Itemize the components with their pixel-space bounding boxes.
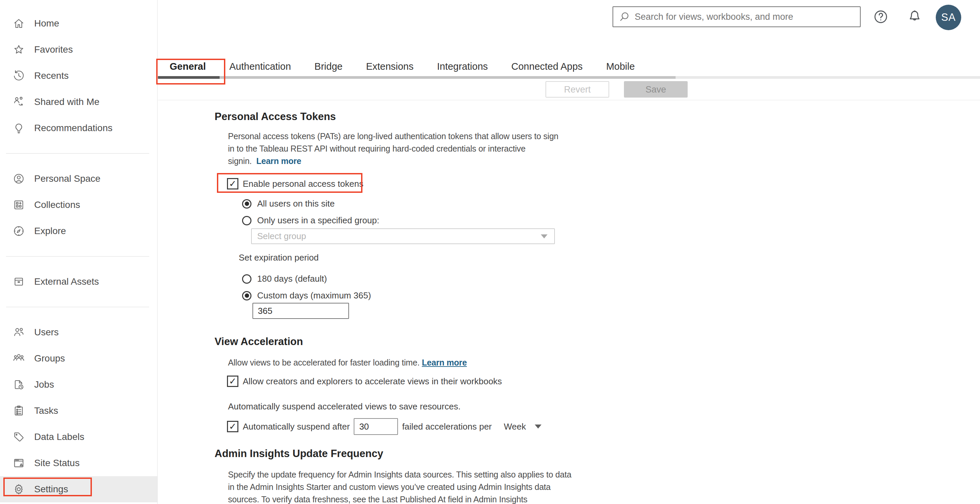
default-days-radio-row: 180 days (default) (242, 273, 327, 284)
sidebar-item-personal-space[interactable]: Personal Space (0, 165, 157, 192)
sidebar-item-label: Personal Space (34, 173, 100, 184)
sidebar-item-home[interactable]: Home (0, 10, 157, 37)
sidebar-item-label: Groups (34, 353, 65, 364)
main-area: SA GeneralAuthenticationBridgeExtensions… (158, 0, 980, 504)
sidebar-item-external-assets[interactable]: External Assets (0, 269, 157, 295)
default-days-label: 180 days (default) (257, 273, 327, 284)
toolbar-divider (158, 100, 980, 100)
custom-days-radio[interactable] (242, 291, 251, 300)
tab-extensions[interactable]: Extensions (366, 61, 414, 72)
sidebar-item-label: Site Status (34, 458, 80, 469)
sidebar-nav: HomeFavoritesRecentsShared with MeRecomm… (0, 0, 158, 504)
sidebar-item-users[interactable]: Users (0, 319, 157, 345)
enable-pat-checkbox[interactable] (227, 178, 239, 189)
sidebar-item-label: Favorites (34, 44, 73, 55)
admin-insights-description: Specify the update frequency for Admin I… (228, 469, 577, 504)
suspend-period-value: Week (504, 421, 526, 432)
revert-button[interactable]: Revert (546, 81, 609, 98)
home-icon (13, 17, 25, 30)
tab-general[interactable]: General (170, 61, 206, 72)
select-group-dropdown[interactable]: Select group (251, 228, 555, 244)
sidebar-item-label: Shared with Me (34, 97, 100, 107)
gear-icon (13, 483, 25, 495)
sidebar-item-data-labels[interactable]: Data Labels (0, 424, 157, 450)
specified-group-radio[interactable] (242, 216, 251, 225)
jobs-icon (13, 378, 25, 391)
external-assets-icon (13, 276, 25, 288)
sidebar-item-label: Jobs (34, 379, 54, 390)
shared-icon (13, 96, 25, 108)
all-users-radio[interactable] (242, 199, 251, 208)
sidebar-item-site-status[interactable]: Site Status (0, 450, 157, 476)
all-users-label: All users on this site (257, 199, 335, 209)
suspend-description: Automatically suspend accelerated views … (228, 401, 461, 412)
tab-authentication[interactable]: Authentication (229, 61, 291, 72)
sidebar-item-shared-with-me[interactable]: Shared with Me (0, 89, 157, 115)
view-acceleration-heading: View Acceleration (215, 335, 303, 348)
site-status-icon (13, 457, 25, 469)
view-acceleration-learn-more-link[interactable]: Learn more (422, 358, 467, 367)
suspend-period-dropdown[interactable]: Week (504, 421, 541, 432)
specified-group-radio-row: Only users in a specified group: (242, 215, 379, 226)
recents-icon (13, 70, 25, 82)
custom-days-input[interactable] (253, 303, 349, 319)
sidebar-item-tasks[interactable]: Tasks (0, 398, 157, 424)
specified-group-label: Only users in a specified group: (257, 215, 379, 226)
star-icon (13, 44, 25, 56)
sidebar-item-recents[interactable]: Recents (0, 63, 157, 89)
person-icon (13, 173, 25, 185)
help-icon[interactable] (873, 9, 888, 24)
allow-accelerate-label: Allow creators and explorers to accelera… (243, 376, 502, 386)
pat-section-heading: Personal Access Tokens (215, 111, 336, 123)
groups-icon (13, 353, 25, 364)
expiration-period-label: Set expiration period (239, 253, 318, 263)
sidebar-item-explore[interactable]: Explore (0, 218, 157, 244)
collections-icon (13, 199, 25, 211)
notifications-bell-icon[interactable] (907, 8, 922, 24)
tab-bridge[interactable]: Bridge (315, 61, 343, 72)
sidebar-item-label: Data Labels (34, 432, 84, 442)
tab-mobile[interactable]: Mobile (606, 61, 635, 72)
tasks-icon (13, 405, 25, 417)
avatar[interactable]: SA (936, 5, 961, 30)
default-days-radio[interactable] (242, 274, 251, 284)
tag-icon (13, 431, 25, 443)
lightbulb-icon (13, 122, 25, 134)
allow-accelerate-checkbox[interactable] (227, 375, 239, 387)
users-icon (13, 326, 25, 339)
chevron-down-icon (541, 234, 547, 238)
search-input[interactable] (635, 12, 857, 22)
sidebar-item-collections[interactable]: Collections (0, 192, 157, 218)
custom-days-label: Custom days (maximum 365) (257, 290, 371, 301)
chevron-down-icon (535, 425, 541, 429)
sidebar-item-favorites[interactable]: Favorites (0, 37, 157, 63)
sidebar-divider (6, 153, 149, 154)
tab-connected-apps[interactable]: Connected Apps (511, 61, 583, 72)
auto-suspend-checkbox[interactable] (227, 421, 239, 432)
pat-learn-more-link[interactable]: Learn more (256, 156, 301, 165)
view-acceleration-description-text: Allow views to be accelerated for faster… (228, 358, 419, 367)
allow-accelerate-row: Allow creators and explorers to accelera… (227, 375, 502, 387)
sidebar-item-settings[interactable]: Settings (0, 476, 157, 502)
tab-integrations[interactable]: Integrations (437, 61, 488, 72)
sidebar-divider (6, 307, 149, 307)
sidebar-item-label: Recommendations (34, 123, 112, 134)
sidebar-item-label: Home (34, 18, 59, 29)
pat-description: Personal access tokens (PATs) are long-l… (228, 130, 562, 167)
failed-accelerations-input[interactable] (354, 418, 398, 435)
active-tab-indicator (158, 76, 220, 79)
sidebar-item-jobs[interactable]: Jobs (0, 372, 157, 398)
tab-scroll-track[interactable] (158, 76, 980, 79)
search-box[interactable] (612, 6, 861, 27)
view-acceleration-description: Allow views to be accelerated for faster… (228, 356, 697, 369)
search-icon (619, 11, 630, 22)
auto-suspend-prefix: Automatically suspend after (243, 421, 350, 432)
auto-suspend-row: Automatically suspend after failed accel… (227, 418, 541, 435)
sidebar-item-groups[interactable]: Groups (0, 345, 157, 372)
sidebar-item-recommendations[interactable]: Recommendations (0, 115, 157, 141)
custom-days-radio-row: Custom days (maximum 365) (242, 290, 371, 301)
save-button[interactable]: Save (624, 81, 688, 98)
explore-icon (13, 225, 25, 237)
sidebar-item-label: Explore (34, 226, 66, 237)
tab-scrollbar-thumb[interactable] (220, 76, 676, 79)
